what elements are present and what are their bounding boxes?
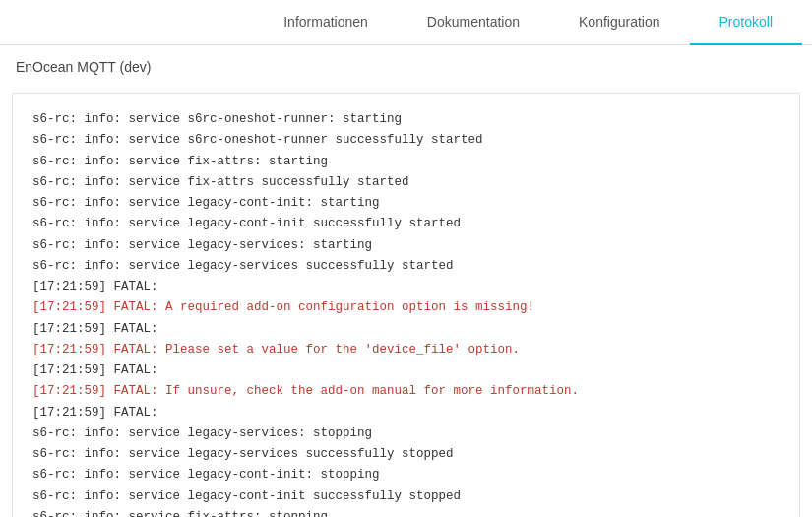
log-line: s6-rc: info: service legacy-services: st…	[32, 235, 780, 256]
page-title: EnOcean MQTT (dev)	[0, 45, 812, 89]
log-line: s6-rc: info: service s6rc-oneshot-runner…	[32, 130, 780, 151]
tab-informationen[interactable]: Informationen	[254, 0, 398, 45]
log-line: s6-rc: info: service legacy-cont-init su…	[32, 214, 780, 234]
tab-protokoll[interactable]: Protokoll	[690, 0, 802, 45]
log-line: s6-rc: info: service fix-attrs successfu…	[32, 172, 780, 193]
log-line: s6-rc: info: service legacy-cont-init su…	[32, 486, 780, 507]
log-line: [17:21:59] FATAL: If unsure, check the a…	[32, 381, 780, 402]
log-line: [17:21:59] FATAL:	[32, 403, 780, 423]
log-line: s6-rc: info: service fix-attrs: starting	[32, 152, 780, 172]
log-line: [17:21:59] FATAL: A required add-on conf…	[32, 297, 780, 318]
log-line: s6-rc: info: service legacy-services suc…	[32, 256, 780, 277]
log-line: [17:21:59] FATAL:	[32, 277, 780, 297]
log-line: s6-rc: info: service fix-attrs: stopping	[32, 507, 780, 517]
log-line: s6-rc: info: service legacy-cont-init: s…	[32, 193, 780, 214]
tab-bar: Informationen Dokumentation Konfiguratio…	[0, 0, 812, 45]
log-line: s6-rc: info: service legacy-services: st…	[32, 423, 780, 444]
log-output: s6-rc: info: service s6rc-oneshot-runner…	[12, 93, 800, 517]
tab-konfiguration[interactable]: Konfiguration	[549, 0, 690, 45]
log-line: [17:21:59] FATAL: Please set a value for…	[32, 340, 780, 360]
tab-dokumentation[interactable]: Dokumentation	[398, 0, 549, 45]
log-line: s6-rc: info: service legacy-cont-init: s…	[32, 465, 780, 485]
log-line: [17:21:59] FATAL:	[32, 319, 780, 340]
log-line: s6-rc: info: service legacy-services suc…	[32, 444, 780, 465]
log-line: [17:21:59] FATAL:	[32, 360, 780, 381]
log-line: s6-rc: info: service s6rc-oneshot-runner…	[32, 109, 780, 130]
